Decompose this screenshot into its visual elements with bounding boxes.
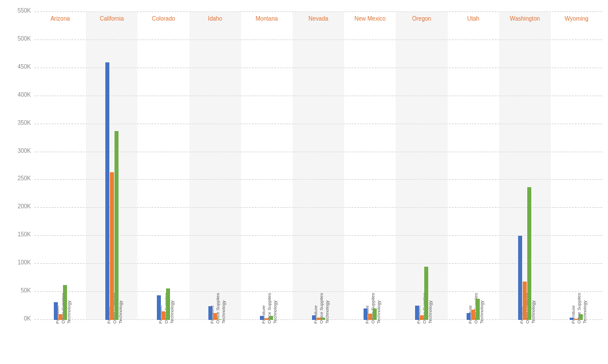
bar-furniture [260, 316, 264, 320]
grid-label: 50K [6, 287, 31, 294]
bar-furniture [54, 302, 58, 320]
bar-office-supplies [264, 318, 269, 320]
bar-furniture [364, 308, 368, 320]
state-x-label-group: FurnitureOffice SuppliesTechnology [137, 321, 189, 358]
bar-technology [321, 318, 325, 320]
state-label: Montana [255, 11, 278, 23]
grid-label: 450K [6, 64, 31, 70]
state-bars [86, 23, 137, 320]
state-bars [137, 23, 189, 320]
bar-technology [218, 319, 222, 320]
state-group: Idaho [189, 11, 241, 320]
bar-office-supplies [213, 313, 217, 320]
state-label: Oregon [412, 11, 431, 23]
bar-office-supplies [317, 318, 321, 320]
grid-label: 200K [6, 203, 31, 209]
state-x-label-group: FurnitureOffice SuppliesTechnology [396, 321, 447, 358]
bar-furniture [415, 306, 419, 320]
bar-office-supplies [161, 311, 165, 320]
chart-container: 550K500K450K400K350K300K250K200K150K100K… [0, 0, 608, 364]
state-x-label-group: FurnitureOffice SuppliesTechnology [86, 321, 137, 358]
state-x-label-group: FurnitureOffice SuppliesTechnology [189, 321, 241, 358]
state-label: Arizona [50, 11, 70, 23]
bar-technology [269, 316, 273, 320]
state-label: Nevada [309, 11, 328, 23]
chart-area: 550K500K450K400K350K300K250K200K150K100K… [34, 11, 602, 320]
state-label: Wyoming [564, 11, 589, 23]
state-group: Nevada [293, 11, 344, 320]
state-bars [499, 23, 551, 320]
bar-furniture [518, 236, 522, 320]
state-group: California [86, 11, 137, 320]
grid-label: 550K [6, 7, 31, 14]
state-group: Utah [448, 11, 499, 320]
bar-technology [424, 267, 428, 320]
grid-label: 100K [6, 259, 31, 266]
chart-inner: 550K500K450K400K350K300K250K200K150K100K… [34, 11, 602, 358]
bar-furniture [467, 313, 471, 320]
state-x-label-group: FurnitureOffice SuppliesTechnology [448, 321, 499, 358]
state-group: Washington [499, 11, 551, 320]
state-group: Wyoming [551, 11, 602, 320]
bar-technology [373, 308, 377, 320]
state-x-label-group: FurnitureOffice SuppliesTechnology [34, 321, 86, 358]
bar-technology [166, 288, 170, 320]
bar-technology [115, 131, 119, 320]
state-bars [551, 23, 602, 320]
state-bars [448, 23, 499, 320]
state-bars [189, 23, 241, 320]
grid-label: 350K [6, 120, 31, 126]
state-bars [241, 23, 293, 320]
state-label: New Mexico [354, 11, 385, 23]
state-group: Colorado [137, 11, 189, 320]
bar-office-supplies [58, 314, 62, 320]
state-x-label-group: FurnitureOffice SuppliesTechnology [551, 321, 602, 358]
state-x-label-group: FurnitureOffice SuppliesTechnology [344, 321, 396, 358]
state-label: Utah [467, 11, 479, 23]
bar-furniture [570, 318, 574, 320]
state-group: Arizona [34, 11, 86, 320]
bar-technology [579, 314, 583, 320]
bar-office-supplies [471, 310, 475, 320]
state-bars [344, 23, 396, 320]
state-bars [34, 23, 86, 320]
state-x-label-group: FurnitureOffice SuppliesTechnology [241, 321, 293, 358]
bar-technology [63, 285, 67, 320]
grid-label: 250K [6, 175, 31, 181]
states-container: ArizonaCaliforniaColoradoIdahoMontanaNev… [34, 11, 602, 320]
bar-technology [527, 187, 531, 320]
bar-office-supplies [110, 172, 114, 320]
grid-label: 400K [6, 92, 31, 98]
state-group: Montana [241, 11, 293, 320]
bar-furniture [208, 306, 212, 320]
bar-office-supplies [574, 319, 578, 320]
bar-office-supplies [420, 315, 424, 320]
bar-furniture [157, 295, 161, 320]
grid-label: 300K [6, 148, 31, 154]
state-label: Colorado [152, 11, 175, 23]
state-group: New Mexico [344, 11, 396, 320]
state-label: California [100, 11, 124, 23]
grid-label: 150K [6, 231, 31, 238]
x-axis-labels: FurnitureOffice SuppliesTechnologyFurnit… [34, 321, 602, 358]
bar-furniture [105, 62, 109, 320]
bar-office-supplies [523, 282, 527, 320]
state-bars [396, 23, 447, 320]
grid-label: 0K [6, 315, 31, 322]
state-x-label-group: FurnitureOffice SuppliesTechnology [293, 321, 344, 358]
bar-furniture [312, 315, 316, 320]
state-bars [293, 23, 344, 320]
state-group: Oregon [396, 11, 447, 320]
state-label: Washington [510, 11, 540, 23]
grid-label: 500K [6, 35, 31, 42]
bar-technology [476, 299, 480, 320]
state-x-label-group: FurnitureOffice SuppliesTechnology [499, 321, 551, 358]
state-label: Idaho [208, 11, 222, 23]
bar-office-supplies [368, 314, 372, 320]
